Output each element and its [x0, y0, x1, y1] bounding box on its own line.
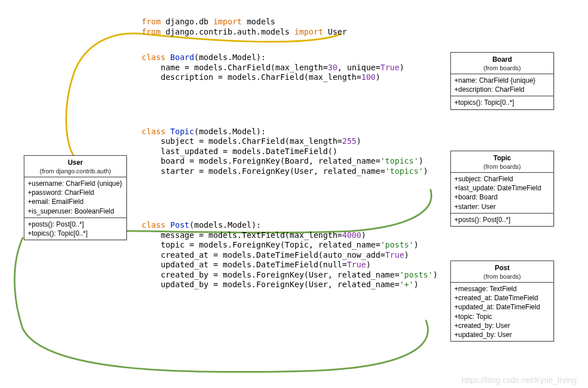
code-token: 4000 — [342, 231, 361, 240]
code-token: User — [323, 27, 347, 36]
code-token: django.contrib.auth.models — [161, 27, 295, 36]
uml-attr: +starter: User — [454, 202, 550, 211]
uml-attr: +created_at: DateTimeField — [454, 293, 550, 302]
code-token: 'posts' — [380, 240, 414, 249]
uml-ops: +posts(): Post[0..*] — [451, 214, 553, 226]
uml-attr: +username: CharField {unique} — [28, 179, 123, 188]
uml-op: +posts(): Post[0..*] — [454, 215, 550, 224]
code-token: class — [142, 127, 165, 136]
code-token: import — [295, 27, 323, 36]
code-token: updated_by = models.ForeignKey(User, rel… — [142, 280, 399, 289]
uml-class-name: Post — [455, 263, 549, 272]
code-token: 'posts' — [399, 270, 433, 279]
code-token: (models.Model): — [194, 127, 266, 136]
code-token: ) — [419, 156, 423, 165]
code-token: class — [142, 220, 165, 229]
code-token: created_at = models.DateTimeField(auto_n… — [142, 250, 385, 259]
uml-header: Topic (from boards) — [451, 151, 553, 173]
code-token: 255 — [342, 137, 356, 146]
code-token: True — [385, 250, 404, 259]
uml-attr: +is_superuser: BooleanField — [28, 207, 123, 216]
uml-class-name: Topic — [455, 154, 549, 163]
uml-ops: +topics(): Topic[0..*] — [451, 96, 553, 109]
code-token: ) — [414, 280, 418, 289]
uml-box-board: Board (from boards) +name: CharField {un… — [450, 52, 554, 110]
code-token: 30 — [328, 63, 338, 72]
code-token: last_updated = models.DateTimeField() — [142, 147, 338, 156]
code-token: from — [142, 17, 161, 26]
uml-box-post: Post (from boards) +message: TextField +… — [450, 261, 554, 342]
uml-ops: +posts(): Post[0..*] +topics(): Topic[0.… — [24, 218, 126, 240]
code-token: message = models.TextField(max_length= — [142, 231, 342, 240]
uml-attrs: +message: TextField +created_at: DateTim… — [451, 283, 553, 341]
board-class-block: class Board(models.Model): name = models… — [142, 53, 438, 83]
uml-attr: +password: CharField — [28, 188, 123, 197]
code-token: ) — [414, 240, 418, 249]
uml-class-from: (from boards) — [455, 272, 549, 281]
uml-attr: +subject: CharField — [454, 174, 550, 184]
uml-class-from: (from boards) — [455, 163, 549, 171]
code-token: Post — [165, 220, 189, 229]
code-token: ) — [366, 260, 370, 269]
uml-class-from: (from django.contrib.auth) — [29, 167, 122, 176]
uml-attr: +updated_by: User — [454, 330, 550, 339]
uml-attr: +board: Board — [454, 193, 550, 202]
post-class-block: class Post(models.Model): message = mode… — [142, 220, 438, 290]
imports-block: from django.db import models from django… — [142, 17, 438, 37]
uml-box-user: User (from django.contrib.auth) +usernam… — [24, 155, 127, 240]
code-token: created_by = models.ForeignKey(User, rel… — [142, 270, 399, 279]
code-token: 'topics' — [380, 156, 418, 165]
uml-op: +posts(): Post[0..*] — [28, 220, 123, 229]
code-token: description = models.CharField(max_lengt… — [142, 73, 361, 82]
uml-class-name: Board — [455, 55, 549, 64]
code-token: ) — [399, 63, 404, 72]
code-area: from django.db import models from django… — [142, 17, 438, 306]
code-token: ) — [361, 231, 366, 240]
code-token: True — [380, 63, 399, 72]
code-token: topic = models.ForeignKey(Topic, related… — [142, 240, 380, 249]
uml-header: Board (from boards) — [451, 53, 553, 74]
code-token: 100 — [361, 73, 376, 82]
uml-header: Post (from boards) — [451, 261, 553, 283]
code-token: django.db — [161, 17, 214, 26]
code-token: ) — [423, 167, 428, 176]
uml-box-topic: Topic (from boards) +subject: CharField … — [450, 151, 554, 227]
code-token: , unique= — [338, 63, 381, 72]
code-token: from — [142, 27, 161, 36]
code-token: 'topics' — [385, 167, 423, 176]
uml-attr: +description: CharField — [454, 85, 550, 94]
code-token: name = models.CharField(max_length= — [142, 63, 328, 72]
code-token: ) — [433, 270, 437, 279]
code-token: subject = models.CharField(max_length= — [142, 137, 342, 146]
uml-attr: +message: TextField — [454, 284, 550, 293]
uml-attrs: +username: CharField {unique} +password:… — [24, 177, 126, 218]
uml-class-from: (from boards) — [455, 64, 549, 73]
code-token: True — [347, 260, 366, 269]
topic-class-block: class Topic(models.Model): subject = mod… — [142, 127, 438, 177]
uml-attr: +last_update: DateTimeField — [454, 184, 550, 193]
uml-attr: +created_by: User — [454, 321, 550, 330]
watermark: https://blog.csdn.net/Kyrie_Irving — [462, 376, 577, 385]
code-token: class — [142, 53, 165, 62]
uml-attr: +name: CharField {unique} — [454, 76, 550, 85]
code-token: (models.Model): — [194, 53, 266, 62]
uml-attrs: +subject: CharField +last_update: DateTi… — [451, 173, 553, 214]
uml-header: User (from django.contrib.auth) — [24, 156, 126, 177]
code-token: ) — [404, 250, 409, 259]
code-token: models — [242, 17, 275, 26]
uml-op: +topics(): Topic[0..*] — [28, 229, 123, 238]
code-token: ) — [376, 73, 380, 82]
code-token: ) — [356, 137, 361, 146]
code-token: Topic — [165, 127, 194, 136]
code-token: Board — [165, 53, 194, 62]
uml-attr: +email: EmailField — [28, 197, 123, 206]
uml-class-name: User — [29, 158, 122, 167]
code-token: board = models.ForeignKey(Board, related… — [142, 156, 380, 165]
code-token: (models.Model): — [189, 220, 261, 229]
uml-attr: +topic: Topic — [454, 312, 550, 321]
code-token: starter = models.ForeignKey(User, relate… — [142, 167, 385, 176]
code-token: '+' — [399, 280, 414, 289]
uml-attrs: +name: CharField {unique} +description: … — [451, 74, 553, 96]
code-token: updated_at = models.DateTimeField(null= — [142, 260, 347, 269]
uml-op: +topics(): Topic[0..*] — [454, 98, 550, 107]
